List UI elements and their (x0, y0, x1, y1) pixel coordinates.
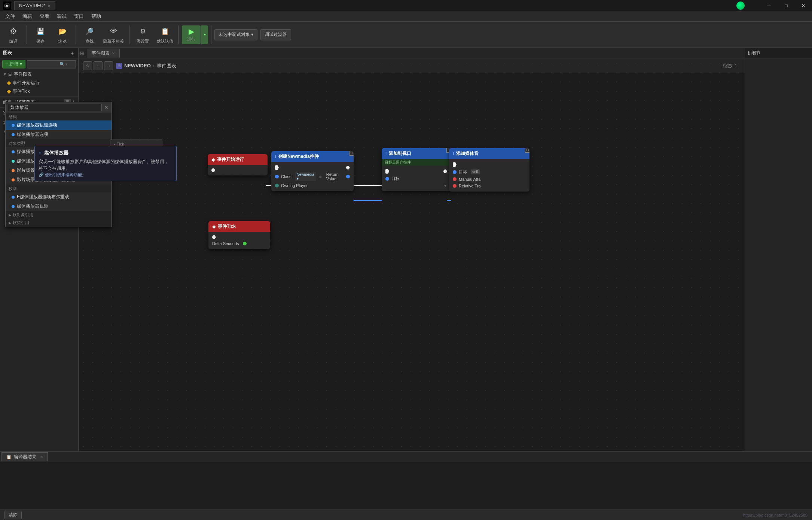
tooltip-icon: ○ (39, 150, 42, 156)
left-search-bar[interactable]: 🔍 ▾ (27, 60, 76, 68)
close-button[interactable]: ✕ (795, 0, 812, 11)
play-icon: ▶ (189, 27, 194, 36)
compiler-tab-close[interactable]: ✕ (40, 455, 43, 459)
tab-compiler-results[interactable]: 📋 编译器结果 ✕ (1, 452, 48, 461)
forward-button[interactable]: → (104, 61, 113, 70)
media-collapse-btn[interactable]: □ (525, 148, 529, 153)
tree-item-begin-play[interactable]: 事件开始运行 (0, 79, 78, 87)
soft-obj-header[interactable]: ▶ 软对象引用 (6, 211, 112, 219)
find-button[interactable]: 🔎 查找 (79, 24, 100, 46)
menu-debug[interactable]: 调试 (53, 12, 70, 21)
soft-class-header[interactable]: ▶ 软类引用 (6, 219, 112, 227)
viewport-exec-row (382, 168, 451, 175)
play-dropdown-button[interactable]: ▾ (201, 25, 208, 44)
class-icon: ⊕ (319, 175, 322, 179)
search-popup-close-button[interactable]: ✕ (103, 104, 109, 110)
clear-label: 清除 (9, 512, 18, 517)
tree-item-tick[interactable]: 事件Tick (0, 87, 78, 96)
menu-window[interactable]: 窗口 (70, 12, 88, 21)
maximize-button[interactable]: □ (778, 0, 795, 11)
popup-item-enum-1[interactable]: E媒体播放器选项布尔重载 (6, 192, 112, 202)
title-tab[interactable]: NEWVIDEO* ✕ (14, 1, 55, 10)
debug-filter-label: 未选中调试对象 ▾ (219, 31, 253, 38)
dot-icon-2 (12, 133, 15, 136)
class-settings-button[interactable]: ⚙ 类设置 (132, 24, 153, 46)
class-label: Class (281, 174, 291, 179)
item-options-label: 媒体播放器选项 (17, 131, 48, 138)
node-tick[interactable]: ◆ 事件Tick Delta Seconds (208, 221, 270, 249)
class-value: Newmedia ▾ (295, 172, 316, 181)
play-dropdown-icon: ▾ (204, 33, 206, 37)
node-create-widget[interactable]: f 创建Newmedia控件 □ Class Newmedia ▾ ⊕ (271, 151, 354, 191)
media-exec-in (453, 162, 457, 167)
popup-item-track-options[interactable]: 媒体播放器轨道选项 (6, 120, 112, 130)
dot-icon-7 (12, 196, 15, 199)
search-options-icon[interactable]: ▾ (65, 62, 67, 66)
hide-unrelated-button[interactable]: 👁 隐藏不相关 (101, 24, 126, 46)
menu-help[interactable]: 帮助 (88, 12, 105, 21)
viewport-body: 目标 ▼ (382, 166, 451, 191)
media-relative-row: Relative Tra (449, 183, 529, 189)
media-relative-pin (453, 184, 457, 188)
popup-item-options[interactable]: 媒体播放器选项 (6, 130, 112, 139)
tick-body: Delta Seconds (208, 232, 270, 249)
debug-filter-dropdown[interactable]: 未选中调试对象 ▾ (214, 29, 257, 40)
section-event-graph[interactable]: ▼ ⊞ 事件图表 (0, 70, 78, 79)
tab-event-graph[interactable]: 事件图表 ✕ (87, 49, 120, 58)
exec-out-pin (346, 166, 350, 169)
menu-file[interactable]: 文件 (1, 12, 19, 21)
vp-target-label: 目标 (391, 176, 400, 181)
back-button[interactable]: ← (94, 61, 103, 70)
ue-logo-icon: UE (3, 1, 11, 10)
add-graph-button[interactable]: + (69, 50, 75, 56)
node-add-viewport[interactable]: f 添加到视口 □ 目标是用户控件 目标 (382, 148, 451, 191)
menu-edit[interactable]: 编辑 (19, 12, 36, 21)
collapse-button[interactable]: □ (349, 151, 354, 156)
toolbar-sep-3 (129, 25, 129, 44)
new-button[interactable]: + 新增 ▾ (2, 60, 25, 68)
left-search-input[interactable] (30, 62, 59, 67)
defaults-icon: 📋 (159, 25, 171, 37)
save-button[interactable]: 💾 保存 (30, 24, 51, 46)
menu-view[interactable]: 查看 (36, 12, 53, 21)
defaults-button[interactable]: 📋 默认认值 (155, 24, 175, 46)
dot-icon-5 (12, 169, 15, 172)
vp-exec-in (385, 169, 389, 174)
delta-pin (243, 242, 247, 245)
minimize-button[interactable]: ─ (760, 0, 778, 11)
zoom-label: 缩放-1 (723, 62, 737, 69)
media-target-label: 目标 (459, 169, 467, 175)
tab-event-graph-label: 事件图表 (92, 50, 110, 56)
browse-button[interactable]: 📂 浏览 (52, 24, 73, 46)
play-button[interactable]: ▶ 运行 (182, 25, 201, 44)
status-url[interactable]: https://blog.csdn.net/m0_52452585 (743, 513, 808, 517)
toolbar: ⚙ 编译 💾 保存 📂 浏览 🔎 查找 👁 隐藏不相关 ⚙ 类设置 📋 默认认值… (0, 22, 812, 48)
media-target-pin (453, 170, 457, 174)
tab-close-icon[interactable]: ✕ (48, 4, 51, 8)
popup-item-enum-2[interactable]: 媒体播放器轨道 (6, 202, 112, 211)
event-graph-grid-icon: ⊞ (8, 72, 12, 77)
debug-filter-btn[interactable]: 调试过滤器 (260, 29, 291, 40)
exec-row (208, 167, 268, 173)
compile-button[interactable]: ⚙ 编译 (3, 24, 24, 46)
search-popup-input[interactable] (8, 104, 102, 111)
search-icon: 🔍 (59, 62, 65, 67)
enum-item-1: E媒体播放器选项布尔重载 (17, 194, 69, 200)
dot-icon-6 (12, 178, 15, 181)
breadcrumb-path: ⊞ NEWVIDEO › 事件图表 (116, 62, 176, 69)
media-exec-row (449, 161, 529, 168)
bookmark-button[interactable]: ☆ (83, 61, 92, 70)
tab-title: NEWVIDEO* (19, 3, 45, 8)
media-body: 目标 self Manual Atta Relative Tra (449, 159, 529, 192)
tab-close-icon[interactable]: ✕ (112, 51, 115, 55)
node-add-media[interactable]: f 添加媒体音 □ 目标 self Manual Atta (449, 148, 529, 192)
node-begin-play[interactable]: ◆ 事件开始运行 (208, 154, 268, 175)
divider-1 (0, 97, 78, 97)
toolbar-sep-4 (178, 25, 179, 44)
media-func-icon: f (453, 152, 454, 156)
viewport-func-icon: f (385, 152, 387, 156)
clear-button[interactable]: 清除 (4, 511, 22, 519)
node-create-header: f 创建Newmedia控件 □ (271, 151, 354, 162)
expand-icon[interactable]: ▼ (443, 184, 447, 188)
home-icon: ⊞ (80, 50, 85, 56)
